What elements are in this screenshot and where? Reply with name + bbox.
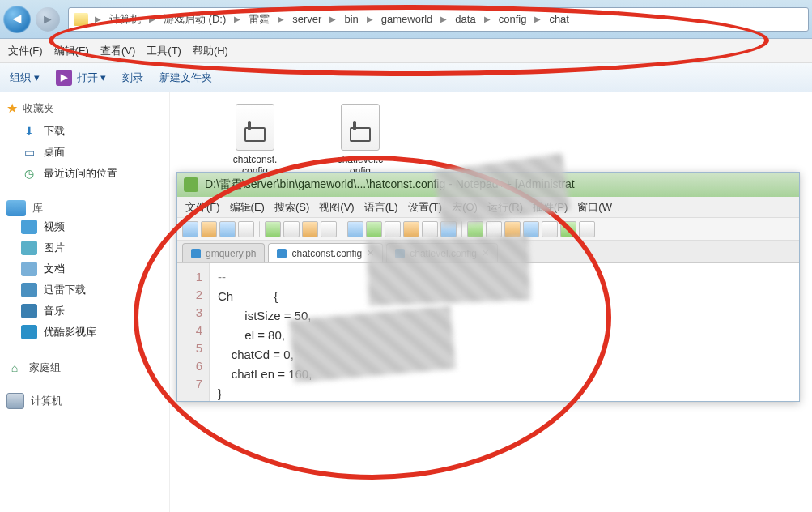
favorites-label: 收藏夹: [23, 101, 54, 116]
toolbar-button[interactable]: [366, 221, 382, 237]
notepadpp-title: D:\雷霆\server\bin\gameworld\...\hatconst.…: [205, 177, 575, 192]
pictures-icon: [21, 241, 37, 255]
desktop-icon: ▭: [21, 145, 37, 160]
toolbar-button[interactable]: [523, 221, 539, 237]
breadcrumb-item[interactable]: bin: [342, 13, 359, 25]
sidebar-item-downloads[interactable]: ⬇下载: [6, 121, 163, 142]
toolbar-button[interactable]: [422, 221, 438, 237]
chevron-right-icon: ▶: [437, 15, 450, 23]
code-area[interactable]: -- Ch { istSize = 50, el = 80, chatCd = …: [210, 263, 320, 401]
sidebar-item-video[interactable]: 视频: [6, 216, 163, 237]
npp-menu-window[interactable]: 窗口(W: [577, 200, 612, 215]
line-gutter: 1234567: [177, 263, 210, 401]
npp-menu-lang[interactable]: 语言(L): [364, 200, 398, 215]
notepadpp-editor[interactable]: 1234567 -- Ch { istSize = 50, el = 80, c…: [177, 263, 799, 401]
notepadpp-tabs: gmquery.ph chatconst.config✕ chatlevel.c…: [177, 241, 799, 263]
sidebar-item-recent[interactable]: ◷最近访问的位置: [6, 163, 163, 184]
toolbar-button[interactable]: [440, 221, 457, 237]
toolbar-button[interactable]: [504, 221, 521, 237]
toolbar-button[interactable]: [219, 221, 236, 237]
menu-tools[interactable]: 工具(T): [147, 44, 181, 58]
npp-menu-settings[interactable]: 设置(T): [408, 200, 443, 215]
sidebar-item-xunlei[interactable]: 迅雷下载: [6, 279, 163, 301]
npp-menu-macro[interactable]: 宏(O): [452, 200, 478, 215]
folder-icon: [74, 13, 88, 26]
toolbar-button[interactable]: [182, 221, 198, 237]
menu-edit[interactable]: 编辑(E): [54, 44, 89, 58]
chevron-right-icon: ▶: [363, 15, 376, 23]
back-button[interactable]: ◄: [3, 6, 31, 33]
burn-button[interactable]: 刻录: [122, 70, 143, 85]
toolbar-button[interactable]: [302, 221, 318, 237]
breadcrumb-item[interactable]: server: [291, 13, 323, 25]
libraries-header[interactable]: 库: [6, 200, 163, 216]
breadcrumb-item[interactable]: chat: [547, 13, 571, 25]
homegroup-icon: ⌂: [6, 361, 23, 375]
npp-menu-view[interactable]: 视图(V): [319, 200, 354, 215]
toolbar-button[interactable]: [542, 221, 558, 237]
breadcrumb-item[interactable]: 雷霆: [247, 12, 271, 27]
toolbar-sep: [259, 221, 260, 237]
file-item-chatconst[interactable]: chatconst.config: [219, 104, 291, 177]
breadcrumb-item[interactable]: gameworld: [380, 13, 435, 25]
toolbar-button[interactable]: [238, 221, 254, 237]
menu-file[interactable]: 文件(F): [8, 44, 43, 58]
chevron-right-icon: ▶: [481, 15, 494, 23]
newfolder-button[interactable]: 新建文件夹: [159, 70, 212, 85]
sidebar-item-desktop[interactable]: ▭桌面: [6, 142, 163, 163]
star-icon: ★: [6, 100, 18, 116]
computer-icon: [6, 393, 24, 409]
sidebar-item-pictures[interactable]: 图片: [6, 237, 163, 258]
npp-menu-run[interactable]: 运行(R): [487, 200, 523, 215]
menu-help[interactable]: 帮助(H): [193, 44, 228, 58]
chevron-right-icon: ▶: [274, 15, 287, 23]
favorites-header[interactable]: ★ 收藏夹: [6, 100, 163, 116]
npp-menu-file[interactable]: 文件(F): [185, 200, 220, 215]
toolbar-button[interactable]: [347, 221, 363, 237]
config-file-icon: [341, 104, 380, 151]
sidebar-item-documents[interactable]: 文档: [6, 258, 163, 279]
npp-menu-plugins[interactable]: 插件(P): [533, 200, 568, 215]
toolbar-sep: [342, 221, 342, 237]
notepadpp-icon: [184, 177, 198, 192]
breadcrumb-item[interactable]: data: [453, 13, 477, 25]
file-item-chatlevel[interactable]: chatlevel.config: [324, 104, 397, 177]
music-icon: [21, 304, 37, 318]
chevron-right-icon: ▶: [91, 15, 104, 23]
open-button[interactable]: ▶打开 ▾: [56, 70, 107, 86]
breadcrumb-item[interactable]: 计算机: [108, 12, 142, 27]
toolbar-button[interactable]: [579, 221, 595, 237]
chevron-right-icon: ▶: [231, 15, 244, 23]
homegroup-header[interactable]: ⌂ 家庭组: [6, 361, 163, 375]
tab-chatlevel[interactable]: chatlevel.config✕: [386, 243, 498, 262]
toolbar-button[interactable]: [201, 221, 217, 237]
tab-file-icon: [395, 249, 405, 258]
toolbar-button[interactable]: [486, 221, 502, 237]
toolbar-button[interactable]: [560, 221, 576, 237]
tab-gmquery[interactable]: gmquery.ph: [182, 243, 265, 262]
toolbar-button[interactable]: [403, 221, 419, 237]
toolbar-button[interactable]: [321, 221, 337, 237]
toolbar-button[interactable]: [467, 221, 483, 237]
tab-chatconst[interactable]: chatconst.config✕: [268, 243, 383, 262]
computer-header[interactable]: 计算机: [6, 393, 163, 409]
organize-button[interactable]: 组织 ▾: [10, 70, 40, 85]
toolbar-button[interactable]: [265, 221, 281, 237]
explorer-content: chatconst.config chatlevel.config D:\雷霆\…: [170, 92, 812, 512]
breadcrumb[interactable]: ▶ 计算机 ▶ 游戏启动 (D:) ▶ 雷霆 ▶ server ▶ bin ▶ …: [68, 7, 809, 32]
toolbar-sep: [461, 221, 462, 237]
notepadpp-titlebar[interactable]: D:\雷霆\server\bin\gameworld\...\hatconst.…: [177, 173, 799, 197]
breadcrumb-item[interactable]: config: [497, 13, 529, 25]
sidebar-item-music[interactable]: 音乐: [6, 301, 163, 322]
npp-menu-search[interactable]: 搜索(S): [274, 200, 309, 215]
toolbar-button[interactable]: [385, 221, 401, 237]
forward-button[interactable]: ►: [36, 7, 60, 32]
npp-menu-edit[interactable]: 编辑(E): [230, 200, 265, 215]
notepadpp-toolbar: [177, 218, 799, 241]
tab-close-icon[interactable]: ✕: [482, 248, 489, 258]
menu-view[interactable]: 查看(V): [100, 44, 135, 58]
sidebar-item-youku[interactable]: 优酷影视库: [6, 322, 163, 343]
breadcrumb-item[interactable]: 游戏启动 (D:): [162, 12, 227, 27]
tab-close-icon[interactable]: ✕: [367, 248, 374, 258]
toolbar-button[interactable]: [283, 221, 300, 237]
